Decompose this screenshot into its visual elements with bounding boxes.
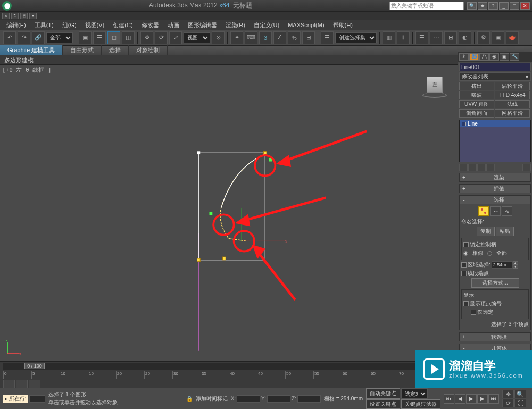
selection-filter[interactable]: 全部 bbox=[46, 32, 73, 43]
all-radio[interactable] bbox=[487, 251, 492, 256]
layers-button[interactable]: ☰ bbox=[415, 31, 428, 44]
qat-btn[interactable]: ⎘ bbox=[20, 13, 28, 19]
rotate-button[interactable]: ⟳ bbox=[155, 31, 168, 44]
maximize-button[interactable]: □ bbox=[510, 2, 519, 10]
z-coord-input[interactable] bbox=[297, 395, 321, 403]
vertex-subobj-button[interactable] bbox=[478, 206, 489, 216]
rendered-frame-button[interactable]: ▣ bbox=[492, 31, 504, 44]
select-rect-button[interactable]: ◻ bbox=[107, 31, 120, 44]
show-end-button[interactable] bbox=[468, 164, 477, 171]
menu-item[interactable]: 自定义(U) bbox=[250, 20, 284, 30]
align-button[interactable]: ⫴ bbox=[397, 31, 410, 44]
menu-item[interactable]: 渲染(R) bbox=[221, 20, 250, 30]
move-button[interactable]: ✥ bbox=[140, 31, 153, 44]
showvert-checkbox[interactable] bbox=[463, 301, 469, 306]
similar-radio[interactable] bbox=[463, 251, 468, 256]
menu-item[interactable]: 动画 bbox=[163, 20, 184, 30]
y-coord-input[interactable] bbox=[267, 395, 290, 403]
modifier-button[interactable]: UVW 贴图 bbox=[459, 100, 494, 108]
time-position[interactable]: 0 / 100 bbox=[24, 363, 45, 369]
close-button[interactable]: ✕ bbox=[520, 2, 530, 10]
spinner-snap-button[interactable]: ⊞ bbox=[302, 31, 315, 44]
time-slider[interactable]: 0 / 100 bbox=[3, 363, 454, 370]
spline-subobj-button[interactable]: ∿ bbox=[502, 206, 512, 216]
segment-subobj-button[interactable]: 〰 bbox=[490, 206, 501, 216]
lock-icon[interactable]: 🔒 bbox=[186, 396, 193, 402]
create-tab-icon[interactable]: ✳ bbox=[459, 53, 469, 61]
manip-button[interactable]: ✦ bbox=[230, 31, 243, 44]
icon-btn[interactable]: ★ bbox=[478, 2, 487, 10]
ribbon-tab-graphite[interactable]: Graphite 建模工具 bbox=[0, 45, 63, 55]
lock-handles-checkbox[interactable] bbox=[463, 242, 469, 247]
menu-item[interactable]: 工具(T) bbox=[30, 20, 58, 30]
goto-start-button[interactable]: ⏮ bbox=[444, 394, 454, 404]
area-value-input[interactable] bbox=[492, 261, 513, 269]
schematic-button[interactable]: ⊞ bbox=[444, 31, 457, 44]
x-coord-input[interactable] bbox=[237, 395, 260, 403]
modifier-button[interactable]: 倒角剖面 bbox=[459, 109, 494, 118]
add-marker-label[interactable]: 添加时间标记 bbox=[196, 395, 228, 403]
named-sel-button[interactable]: ☰ bbox=[321, 31, 334, 44]
app-icon[interactable]: ⬤ bbox=[2, 1, 12, 11]
ribbon-tab-freeform[interactable]: 自由形式 bbox=[63, 45, 102, 55]
configure-button[interactable] bbox=[522, 164, 531, 171]
keytarget-select[interactable]: 选定对象 bbox=[401, 388, 428, 399]
play-button[interactable]: ▶ bbox=[466, 394, 477, 404]
menu-item[interactable]: 创建(C) bbox=[109, 20, 137, 30]
modifier-button[interactable]: 噪波 bbox=[459, 91, 494, 99]
menu-item[interactable]: 组(G) bbox=[58, 20, 81, 30]
keyfilter-button[interactable]: 关键点过滤器 bbox=[401, 399, 440, 409]
ribbon-tab-selection[interactable]: 选择 bbox=[102, 45, 129, 55]
remove-mod-button[interactable] bbox=[486, 164, 495, 171]
angle-snap-button[interactable]: ∠ bbox=[273, 31, 286, 44]
area-select-checkbox[interactable] bbox=[461, 262, 467, 268]
snap-button[interactable]: 3 bbox=[259, 31, 272, 44]
named-sel-set[interactable]: 创建选择集 bbox=[335, 32, 377, 43]
unique-button[interactable] bbox=[477, 164, 486, 171]
prev-frame-button[interactable]: ◀ bbox=[455, 394, 466, 404]
help-search-input[interactable] bbox=[389, 2, 464, 10]
viewport[interactable]: [+0 左 0 线框 ] 左 x z bbox=[0, 65, 458, 361]
display-tab-icon[interactable]: ▣ bbox=[500, 53, 509, 61]
qat-btn[interactable]: ⎌ bbox=[2, 13, 10, 19]
copy-button[interactable]: 复制 bbox=[477, 227, 495, 236]
nav-max-button[interactable]: ⛶ bbox=[514, 399, 526, 407]
render-button[interactable]: 🫖 bbox=[506, 31, 519, 44]
modifier-button[interactable]: FFD 4x4x4 bbox=[495, 91, 530, 99]
time-ruler[interactable]: 0 5 10 15 20 25 30 35 40 45 50 55 60 65 … bbox=[3, 371, 454, 379]
spin-up[interactable]: ▴ bbox=[513, 261, 518, 265]
modifier-button[interactable]: 挤出 bbox=[459, 82, 494, 90]
link-button[interactable]: 🔗 bbox=[32, 31, 45, 44]
nav-pan-button[interactable]: ✥ bbox=[502, 390, 514, 398]
render-setup-button[interactable]: ⚙ bbox=[477, 31, 490, 44]
select-button[interactable]: ▣ bbox=[79, 31, 92, 44]
pin-stack-button[interactable] bbox=[459, 164, 468, 171]
scale-button[interactable]: ⤢ bbox=[169, 31, 182, 44]
menu-item[interactable]: 修改器 bbox=[137, 20, 163, 30]
timeline-btn[interactable] bbox=[16, 380, 28, 388]
segend-checkbox[interactable] bbox=[461, 271, 467, 276]
redo-button[interactable]: ↷ bbox=[18, 31, 30, 44]
menu-item[interactable]: 编辑(E) bbox=[2, 20, 30, 30]
menu-item[interactable]: 视图(V) bbox=[81, 20, 109, 30]
utilities-tab-icon[interactable]: 🔧 bbox=[510, 53, 519, 61]
spin-down[interactable]: ▾ bbox=[513, 265, 518, 269]
stack-expand-icon[interactable] bbox=[462, 122, 466, 126]
undo-button[interactable]: ↶ bbox=[3, 31, 16, 44]
modifier-button[interactable]: 涡轮平滑 bbox=[495, 82, 530, 90]
object-name-input[interactable] bbox=[459, 63, 531, 71]
mirror-button[interactable]: ▥ bbox=[383, 31, 395, 44]
window-crossing-button[interactable]: ◫ bbox=[122, 31, 135, 44]
goto-end-button[interactable]: ⏭ bbox=[488, 394, 499, 404]
next-frame-button[interactable]: ▶ bbox=[477, 394, 488, 404]
menu-item[interactable]: 帮助(H) bbox=[329, 20, 357, 30]
qat-btn[interactable]: ▾ bbox=[29, 13, 37, 19]
modifier-stack[interactable]: Line bbox=[459, 120, 531, 162]
keymode-button[interactable]: ⌨ bbox=[245, 31, 257, 44]
script-line-input[interactable] bbox=[29, 395, 45, 403]
modifier-button[interactable]: 网格平滑 bbox=[495, 109, 530, 118]
setkey-button[interactable]: 设置关键点 bbox=[366, 399, 400, 409]
menu-item[interactable]: 图形编辑器 bbox=[184, 20, 221, 30]
icon-btn[interactable]: 🔍 bbox=[467, 2, 477, 10]
mat-ed-button[interactable]: ◐ bbox=[459, 31, 471, 44]
